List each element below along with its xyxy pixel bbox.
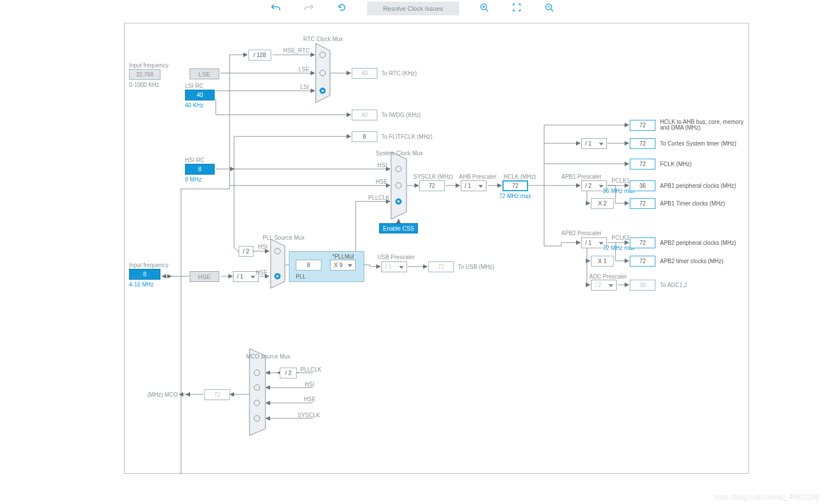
rtc-mux-title: RTC Clock Mux — [303, 36, 343, 42]
hsi-rc-label: HSI RC — [185, 157, 204, 163]
zoom-out-icon[interactable] — [541, 2, 557, 15]
lsi-value[interactable]: 40 — [185, 90, 215, 100]
svg-point-58 — [276, 275, 279, 277]
pll-in-value: 8 — [296, 260, 321, 271]
resolve-clock-issues-button[interactable]: Resolve Clock Issues — [367, 2, 459, 15]
sysmux-title: System Clock Mux — [376, 150, 423, 156]
sysclk-label: SYSCLK (MHz) — [413, 174, 453, 180]
usb-presc-select[interactable]: / 1 — [381, 261, 407, 272]
out-cortex-lbl: To Cortex System timer (MHz) — [660, 140, 737, 147]
usb-presc-label: USB Prescaler — [377, 254, 415, 260]
iwdg-label: To IWDG (KHz) — [381, 112, 421, 118]
ahb-presc-select[interactable]: / 1 — [461, 180, 486, 191]
sysclk-value[interactable]: 72 — [419, 180, 445, 191]
apb1-presc-label: APB1 Prescaler — [561, 174, 602, 180]
toolbar: Resolve Clock Issues — [0, 0, 825, 17]
hclk-label: HCLK (MHz) — [504, 174, 536, 180]
hse-input-value[interactable]: 8 — [129, 269, 160, 280]
pllmul-select[interactable]: X 9 — [330, 260, 356, 271]
rtc-div128: / 128 — [248, 50, 271, 61]
out-apb1t-lbl: APB1 Timer clocks (MHz) — [660, 200, 725, 207]
flitfclk-value: 8 — [352, 131, 377, 142]
pllmux-hsi: HSI — [258, 244, 268, 250]
zoom-in-icon[interactable] — [476, 2, 492, 15]
out-adc-lbl: To ADC1,2 — [660, 282, 687, 288]
out-fclk-lbl: FCLK (MHz) — [660, 161, 692, 167]
rtc-lsi-label: LSI — [300, 84, 309, 90]
lsi-note: 40 KHz — [185, 102, 204, 108]
usb-label: To USB (MHz) — [458, 264, 494, 270]
out-hclk-ahb-lbl: HCLK to AHB bus, core, memory and DMA (M… — [660, 119, 746, 131]
sysmux-hse: HSE — [376, 179, 388, 185]
sysmux-hsi: HSI — [377, 162, 387, 168]
mco-hsi: HSI — [305, 381, 315, 388]
rtc-lse-label: LSE — [299, 66, 309, 72]
wiring-layer — [124, 23, 750, 474]
fit-icon[interactable] — [509, 2, 524, 15]
pclk1-label: PCLK1 — [611, 178, 630, 184]
enable-css-button[interactable]: Enable CSS — [379, 223, 418, 233]
out-apb2p-val: 72 — [630, 237, 655, 248]
out-apb1p-val: 36 — [630, 180, 655, 191]
pll-hsi-div2: / 2 — [239, 246, 253, 257]
pllmux-hse: HSE — [256, 269, 268, 276]
svg-point-10 — [321, 90, 324, 92]
adc-presc-select[interactable]: / 2 — [591, 280, 617, 291]
refresh-icon[interactable] — [334, 2, 350, 15]
pllmul-label: *PLLMul — [332, 253, 354, 260]
lse-input-value[interactable]: 32.768 — [129, 69, 160, 80]
lse-input-freq-label: Input frequency — [129, 62, 168, 68]
out-apb2t-val: 72 — [630, 256, 655, 267]
rtc-hse-rtc-label: HSE_RTC — [283, 47, 310, 54]
flitfclk-label: To FLITFCLK (MHz) — [381, 134, 432, 140]
svg-line-1 — [486, 9, 488, 11]
svg-line-59 — [234, 248, 238, 251]
pclk2-label: PCLK2 — [611, 235, 630, 241]
hsi-value[interactable]: 8 — [185, 164, 215, 175]
iwdg-value: 40 — [352, 110, 377, 120]
hsi-note: 8 MHz — [185, 176, 202, 183]
out-hclk-ahb-val: 72 — [630, 120, 655, 131]
svg-line-5 — [551, 9, 553, 11]
mco-hse: HSE — [304, 396, 316, 402]
usb-value: 72 — [428, 261, 454, 272]
mco-out-label: (MHz) MCO — [147, 392, 178, 398]
pllmux-title: PLL Source Mux — [263, 235, 305, 241]
out-apb1t-val: 72 — [630, 198, 655, 209]
apb1-mult: X 2 — [591, 198, 614, 209]
hse-presc-select[interactable]: / 1 — [233, 271, 259, 282]
rtc-out-value: 40 — [352, 68, 377, 79]
out-apb2t-lbl: APB2 timer clocks (MHz) — [660, 258, 723, 264]
mco-sysclk: SYSCLK — [297, 412, 320, 418]
lse-range-label: 0-1000 KHz — [129, 82, 159, 88]
out-apb1p-lbl: APB1 peripheral clocks (MHz) — [660, 183, 736, 189]
out-fclk-val: 72 — [630, 159, 655, 170]
rtc-out-label: To RTC (KHz) — [381, 70, 417, 76]
hclk-value[interactable]: 72 — [502, 180, 528, 191]
hse-input-freq-label: Input frequency — [129, 262, 168, 268]
lse-source-box[interactable]: LSE — [190, 68, 219, 79]
hclk-max-note: 72 MHz max — [499, 193, 531, 199]
apb2-mult: X 1 — [591, 256, 614, 267]
apb2-presc-label: APB2 Prescaler — [561, 230, 602, 236]
watermark: https://blog.csdn.net/qq_45822269 — [714, 493, 819, 501]
ahb-presc-label: AHB Prescaler — [459, 174, 497, 180]
clock-diagram-canvas: Input frequency 32.768 0-1000 KHz LSE LS… — [124, 23, 749, 474]
redo-icon[interactable] — [301, 2, 317, 15]
mco-pllclk: PLLCLK — [300, 366, 321, 373]
hse-range-label: 4-16 MHz — [129, 281, 154, 288]
mco-mux-title: MCO source Mux — [246, 353, 291, 360]
lsi-rc-label: LSI RC — [185, 83, 203, 89]
out-cortex-val: 72 — [630, 138, 655, 149]
mco-out-value: 72 — [204, 389, 230, 400]
undo-icon[interactable] — [268, 2, 284, 15]
mco-div2: / 2 — [280, 368, 297, 378]
pll-caption: PLL — [296, 273, 306, 280]
out-adc-val: 36 — [630, 280, 655, 291]
hse-source-box[interactable]: HSE — [190, 271, 219, 282]
cortex-presc-select[interactable]: / 1 — [581, 138, 607, 149]
sysmux-pllclk: PLLCLK — [368, 195, 389, 201]
adc-presc-label: ADC Prescaler — [589, 273, 627, 280]
out-apb2p-lbl: APB2 peripheral clocks (MHz) — [660, 240, 736, 246]
svg-point-25 — [397, 200, 400, 203]
